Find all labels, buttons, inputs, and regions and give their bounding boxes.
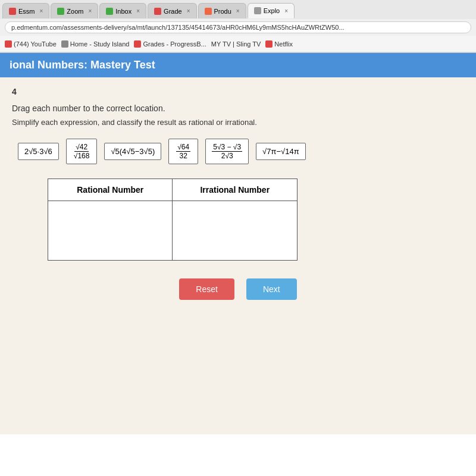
address-bar[interactable]: p.edmentum.com/assessments-delivery/sa/m…	[5, 21, 471, 33]
tab-essm-label: Essm	[18, 8, 35, 15]
main-content: 4 Drag each number to the correct locati…	[0, 77, 476, 434]
tab-produ-icon	[205, 8, 212, 15]
question-number: 4	[12, 87, 464, 96]
tab-inbox[interactable]: Inbox ×	[99, 3, 146, 18]
bookmarks-bar: (744) YouTube Home - Study Island Grades…	[0, 36, 476, 52]
bookmark-grades[interactable]: Grades - ProgressB...	[134, 40, 206, 48]
expr2-frac: √42 √168	[73, 146, 91, 155]
bookmark-youtube[interactable]: (744) YouTube	[5, 40, 57, 48]
tab-inbox-label: Inbox	[115, 8, 131, 15]
bookmark-studyisland-label: Home - Study Island	[70, 40, 130, 48]
expressions-row: 2√5·3√6 √42 √168 √5(4√5−3√5) √64 32	[12, 139, 464, 164]
expr-tile-1[interactable]: 2√5·3√6	[18, 143, 59, 160]
rational-drop-zone[interactable]	[48, 201, 173, 261]
tab-inbox-icon	[106, 8, 113, 15]
irrational-drop-zone[interactable]	[173, 201, 298, 261]
classification-table: Rational Number Irrational Number	[48, 178, 298, 261]
bookmark-netflix-icon	[265, 40, 273, 48]
tab-produ-label: Produ	[214, 8, 231, 15]
tab-inbox-close[interactable]: ×	[136, 8, 140, 14]
expr-tile-5[interactable]: 5√3 − √3 2√3	[205, 139, 249, 164]
tab-bar: Essm × Zoom × Inbox × Grade × Produ × Ex…	[0, 0, 476, 19]
browser-chrome: Essm × Zoom × Inbox × Grade × Produ × Ex…	[0, 0, 476, 53]
bookmark-studyisland-icon	[61, 40, 68, 48]
expr-tile-2[interactable]: √42 √168	[66, 139, 98, 164]
bookmark-youtube-label: (744) YouTube	[14, 40, 57, 48]
bookmark-youtube-icon	[5, 40, 12, 48]
page-title: ional Numbers: Mastery Test	[10, 59, 155, 71]
bookmark-studyisland[interactable]: Home - Study Island	[61, 40, 130, 48]
tab-essm-icon	[9, 8, 16, 15]
tab-zoom[interactable]: Zoom ×	[51, 3, 98, 18]
table-container: Rational Number Irrational Number	[48, 178, 464, 261]
tab-produ[interactable]: Produ ×	[198, 3, 246, 18]
expr-tile-3[interactable]: √5(4√5−3√5)	[104, 143, 161, 160]
tab-essm[interactable]: Essm ×	[2, 3, 49, 18]
page-header: ional Numbers: Mastery Test	[0, 53, 476, 77]
bookmark-netflix[interactable]: Netflix	[265, 40, 293, 48]
tab-grade[interactable]: Grade ×	[148, 3, 196, 18]
bookmark-slingtv-label: MY TV | Sling TV	[211, 40, 261, 48]
expr-tile-6[interactable]: √7π−√14π	[256, 143, 306, 160]
tab-essm-close[interactable]: ×	[40, 8, 43, 14]
instruction-drag: Drag each number to the correct location…	[12, 104, 464, 113]
expr5-frac: 5√3 − √3 2√3	[212, 146, 242, 155]
tab-zoom-close[interactable]: ×	[88, 8, 92, 14]
tab-zoom-icon	[57, 8, 64, 15]
tab-zoom-label: Zoom	[67, 8, 83, 15]
reset-button[interactable]: Reset	[179, 278, 234, 300]
tab-explo-icon	[254, 7, 261, 14]
tab-grade-icon	[154, 8, 161, 15]
bookmark-netflix-label: Netflix	[274, 40, 293, 48]
address-text: p.edmentum.com/assessments-delivery/sa/m…	[11, 24, 345, 31]
next-button[interactable]: Next	[246, 278, 297, 300]
expr4-frac: √64 32	[176, 146, 190, 155]
bookmark-slingtv[interactable]: MY TV | Sling TV	[211, 40, 261, 48]
col-rational-header: Rational Number	[48, 179, 173, 201]
tab-produ-close[interactable]: ×	[236, 8, 240, 14]
expr-tile-4[interactable]: √64 32	[168, 139, 198, 164]
bottom-buttons: Reset Next	[12, 273, 464, 300]
tab-explo[interactable]: Explo ×	[248, 3, 295, 18]
tab-grade-label: Grade	[164, 8, 182, 15]
bookmark-grades-icon	[134, 40, 141, 48]
col-irrational-header: Irrational Number	[173, 179, 298, 201]
bookmark-grades-label: Grades - ProgressB...	[143, 40, 206, 48]
tab-explo-label: Explo	[264, 7, 280, 14]
instruction-simplify: Simplify each expression, and classify t…	[12, 118, 464, 127]
tab-grade-close[interactable]: ×	[187, 8, 190, 14]
tab-explo-close[interactable]: ×	[284, 8, 288, 14]
